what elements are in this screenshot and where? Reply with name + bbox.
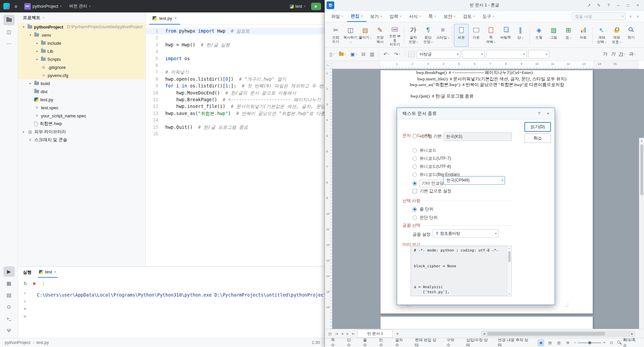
tree-item[interactable]: ▾.venv bbox=[18, 31, 145, 39]
scroll-right-icon[interactable]: ▶ bbox=[630, 331, 635, 337]
menu-도구[interactable]: 도구∨ bbox=[479, 11, 498, 22]
redo-button[interactable]: ↷∨ bbox=[393, 50, 402, 59]
paste-button[interactable]: ▤붙이기∨ bbox=[358, 24, 373, 47]
view-mode-grid-icon[interactable]: ⊞ bbox=[565, 340, 571, 346]
tree-item[interactable]: ▸build bbox=[18, 79, 145, 87]
portrait-button[interactable]: 세로 bbox=[454, 24, 469, 47]
save-button[interactable]: ▣∨ bbox=[349, 50, 358, 59]
shapes-button[interactable]: ◈도형 bbox=[531, 24, 546, 47]
clear-console-icon[interactable]: ⊘ bbox=[24, 314, 26, 319]
landscape-button[interactable]: 가로 bbox=[469, 24, 483, 47]
tree-arrow-icon[interactable]: ▸ bbox=[28, 82, 33, 85]
tree-item[interactable]: ▾pythonProjectD:\PycharmProjects\untitle… bbox=[18, 23, 145, 31]
zoom-slider[interactable]: − + bbox=[574, 340, 605, 345]
run-tab[interactable]: test × bbox=[38, 267, 58, 278]
cut-button[interactable]: ✂오려 두기 bbox=[328, 24, 343, 47]
tree-item[interactable]: ▸Scripts bbox=[18, 55, 145, 63]
next-tab-icon[interactable]: ▶ bbox=[345, 332, 350, 335]
radio-system-default[interactable]: 시스템 기본 값 bbox=[413, 132, 447, 140]
view-mode-full-icon[interactable]: ▤ bbox=[547, 340, 553, 346]
tree-item[interactable]: 취합본.hwp bbox=[18, 120, 145, 128]
print-button[interactable]: ⊟ bbox=[360, 50, 367, 59]
zoom-label[interactable]: 확대/축소 bbox=[617, 338, 638, 347]
tree-item[interactable]: ≡스크래치 및 콘솔 bbox=[18, 136, 145, 144]
tree-item[interactable]: ≡test.spec bbox=[18, 104, 145, 112]
zoom-out-icon[interactable]: − bbox=[574, 340, 576, 345]
tab-close-icon[interactable]: × bbox=[54, 270, 56, 274]
tree-item[interactable]: ▸include bbox=[18, 39, 145, 47]
radio-line-unit[interactable]: 줄 단위 bbox=[413, 205, 433, 213]
table-button[interactable]: ⊞표∨ bbox=[561, 24, 576, 47]
terminal-tool-icon[interactable]: >_ bbox=[3, 313, 15, 324]
run-tool-icon[interactable]: ▶ bbox=[3, 266, 15, 277]
picture-button[interactable]: ▨그림 bbox=[546, 24, 561, 47]
style-button[interactable]: ≡스타일∨ bbox=[435, 24, 450, 47]
console[interactable]: ↑ ↓ ≡ ⊘ C:\Users\user\AppData\Local\Prog… bbox=[18, 289, 325, 338]
tree-arrow-icon[interactable]: ▾ bbox=[28, 33, 33, 37]
problems-tool-icon[interactable]: ⊙ bbox=[3, 302, 15, 312]
tree-item[interactable]: ▸Lib bbox=[18, 47, 145, 55]
document-area[interactable]: 12345678910111213141516 hwp.BreakPage() … bbox=[325, 69, 644, 329]
editor-tab[interactable]: test.py × bbox=[149, 12, 180, 25]
dialog-help-icon[interactable]: ? bbox=[534, 109, 544, 118]
caret-position[interactable]: 1:30 bbox=[312, 340, 320, 345]
new-document-button[interactable]: ▯∨ bbox=[328, 50, 336, 59]
packages-tool-icon[interactable]: ▤ bbox=[3, 290, 15, 300]
find-button[interactable]: 찾기 bbox=[624, 24, 639, 47]
more-options-icon[interactable]: ⋮ bbox=[41, 281, 46, 286]
maximize-button[interactable]: □ bbox=[623, 1, 633, 10]
font-name-combo[interactable]: ▾ bbox=[486, 50, 527, 59]
menu-보기[interactable]: 보기∨ bbox=[367, 11, 386, 22]
encoding-combo[interactable]: 한국(CP949) ▾ bbox=[443, 176, 505, 185]
run-config-selector[interactable]: test ∨ bbox=[288, 3, 308, 10]
scrollbar-thumb[interactable] bbox=[487, 332, 605, 336]
erase-control-codes-button[interactable]: ###조판 부호 지우기 bbox=[387, 24, 402, 47]
tree-item[interactable]: ≡pyvenv.cfg bbox=[18, 71, 145, 79]
menu-입력[interactable]: 입력∨ bbox=[386, 11, 405, 22]
view-mode-page-icon[interactable]: ▣ bbox=[538, 340, 544, 346]
breadcrumb-file[interactable]: test.py bbox=[37, 340, 49, 345]
set-default-checkbox[interactable]: 기본 값으로 설정 bbox=[413, 187, 451, 195]
master-page-button[interactable]: 바탕쪽 bbox=[498, 24, 513, 47]
read-button[interactable]: 읽기(D) bbox=[524, 122, 551, 132]
scroll-left-icon[interactable]: ◀ bbox=[481, 331, 487, 337]
collapse-toolbar-icon[interactable]: ∧ bbox=[628, 14, 633, 18]
horizontal-ruler[interactable]: 123456789101112131415 bbox=[332, 61, 639, 69]
services-tool-icon[interactable]: ▦ bbox=[3, 278, 15, 288]
select-object-button[interactable]: ↖개체 선택∨ bbox=[594, 24, 609, 47]
scroll-down-icon[interactable]: ∨ bbox=[509, 292, 510, 296]
dialog-close-icon[interactable]: × bbox=[544, 109, 553, 118]
tree-arrow-icon[interactable]: ▸ bbox=[35, 57, 39, 61]
menu-편집[interactable]: 편집∨ bbox=[347, 11, 367, 22]
para-shape-button[interactable]: ¶문단 모양∨ bbox=[421, 24, 435, 47]
pen-icon[interactable]: ✎ bbox=[594, 1, 604, 10]
preview-scrollbar[interactable]: ∧ ∨ bbox=[507, 246, 511, 296]
page-fit-icon[interactable]: ⊡ bbox=[608, 340, 614, 346]
tree-item[interactable]: dist bbox=[18, 87, 145, 95]
radio-unicode[interactable]: 유니코드 bbox=[413, 147, 436, 154]
document-tab[interactable]: 빈 문서 1 bbox=[357, 330, 393, 338]
document-hscrollbar[interactable]: ◀ ▶ bbox=[481, 331, 635, 337]
stop-icon[interactable]: ■ bbox=[33, 281, 36, 286]
undo-button[interactable]: ↶∨ bbox=[382, 50, 391, 59]
search-input[interactable] bbox=[572, 12, 626, 20]
font-combo[interactable]: T 함초롬바탕 ▾ bbox=[433, 229, 499, 238]
scroll-up-icon[interactable]: ∧ bbox=[509, 246, 510, 250]
doc-list-icon[interactable]: ▤ bbox=[327, 332, 333, 336]
project-switcher[interactable]: PP pythonProject ∨ bbox=[22, 2, 64, 11]
last-tab-icon[interactable]: ▶| bbox=[350, 332, 356, 335]
hwp-app-icon[interactable]: 한 bbox=[327, 1, 334, 9]
tree-arrow-icon[interactable]: ▾ bbox=[22, 25, 26, 29]
rerun-icon[interactable]: ↻ bbox=[24, 281, 28, 286]
zoom-track[interactable] bbox=[578, 342, 601, 343]
minimize-button[interactable]: – bbox=[613, 1, 623, 10]
open-document-button[interactable]: ∨ bbox=[338, 50, 347, 59]
protect-object-button[interactable]: 개체 보호∨ bbox=[609, 24, 624, 47]
copy-format-button[interactable]: ✎모양 복사 bbox=[373, 24, 387, 47]
structure-tool-icon[interactable]: ◫ bbox=[3, 27, 15, 37]
first-tab-icon[interactable]: |◀ bbox=[333, 332, 339, 335]
project-panel-header[interactable]: 프로젝트 ∨ bbox=[18, 12, 145, 23]
zoom-knob[interactable] bbox=[588, 341, 591, 344]
expand-icon[interactable]: ↗ bbox=[584, 1, 594, 10]
help-icon[interactable]: ? bbox=[604, 1, 613, 10]
